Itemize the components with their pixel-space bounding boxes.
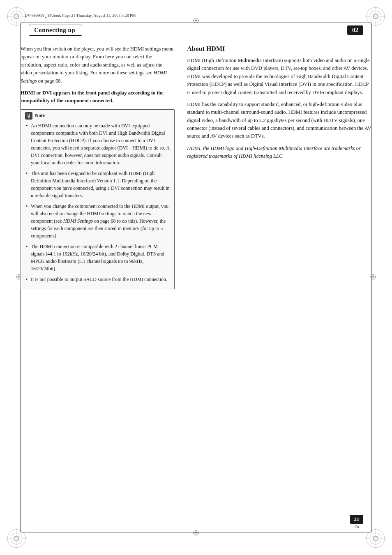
note-item-3: When you change the component connected … [25, 203, 170, 240]
about-hdmi-heading: About HDMI [187, 45, 371, 53]
note-box: Note An HDMI connection can only be made… [21, 109, 175, 289]
svg-rect-36 [26, 113, 32, 119]
right-para-3: HDMI, the HDMI logo and High-Definition … [187, 145, 371, 161]
page-lang: En [350, 525, 363, 529]
note-item-1: An HDMI connection can only be made with… [25, 122, 170, 166]
note-item-5: It is not possible to output SACD source… [25, 276, 170, 283]
left-column: When you first switch on the player, you… [21, 41, 175, 530]
note-item-4: The HDMI connection is compatible with 2… [25, 243, 170, 272]
note-label: Note [35, 113, 45, 119]
page-number-box: 21 [350, 515, 363, 524]
right-para-1: HDMI (High Definition Multimedia Interfa… [187, 57, 371, 97]
page-number: 21 [354, 516, 360, 523]
chapter-title: Connecting up [34, 27, 75, 34]
chapter-number-box: 02 [347, 25, 363, 35]
main-content: When you first switch on the player, you… [21, 41, 371, 530]
note-item-2: This unit has been designed to be compli… [25, 170, 170, 199]
bottom-center-reg-mark [193, 530, 199, 538]
bottom-border-line [21, 532, 371, 532]
chapter-title-box: Connecting up [29, 25, 82, 36]
print-info-text: DV-989AVi _YP.book Page 21 Thursday, Aug… [25, 13, 136, 18]
note-header: Note [25, 112, 170, 120]
note-icon [25, 112, 32, 120]
chapter-number: 02 [352, 27, 358, 33]
note-list: An HDMI connection can only be made with… [25, 122, 170, 283]
right-para-2: HDMI has the capability to support stand… [187, 101, 371, 140]
print-info-bar: DV-989AVi _YP.book Page 21 Thursday, Aug… [21, 12, 371, 18]
right-column: About HDMI HDMI (High Definition Multime… [183, 41, 371, 530]
bold-paragraph: HDMI or DVI appears in the front panel d… [21, 89, 175, 105]
intro-paragraph: When you first switch on the player, you… [21, 45, 175, 85]
header-bar: Connecting up 02 [21, 23, 371, 37]
page-footer: 21 En [350, 515, 363, 529]
